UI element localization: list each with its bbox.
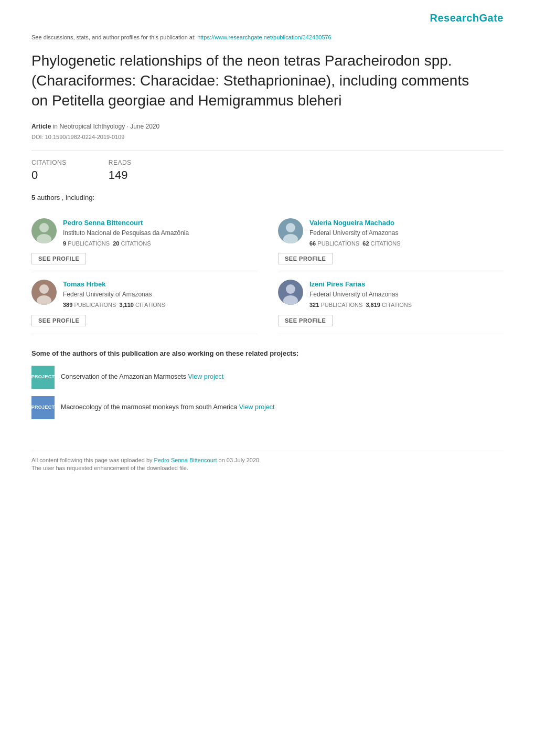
project-text-2: Macroecology of the marmoset monkeys fro… <box>61 403 275 412</box>
author-top-izeni: Izeni Pires Farias Federal University of… <box>278 280 504 309</box>
author-info-izeni: Izeni Pires Farias Federal University of… <box>309 280 504 309</box>
author-top-valeria: Valeria Nogueira Machado Federal Univers… <box>278 218 504 248</box>
source-link-url[interactable]: https://www.researchgate.net/publication… <box>197 34 331 40</box>
see-profile-tomas[interactable]: SEE PROFILE <box>31 315 86 326</box>
reads-block: READS 149 <box>109 158 132 184</box>
reads-label: READS <box>109 158 132 167</box>
page-container: ResearchGate See discussions, stats, and… <box>0 0 535 504</box>
svg-point-1 <box>39 223 49 232</box>
avatar-izeni <box>278 280 303 305</box>
project-text-1: Conservation of the Amazonian Marmosets … <box>61 372 223 382</box>
project-link-1[interactable]: View project <box>188 373 223 380</box>
author-affiliation-tomas: Federal University of Amazonas <box>63 290 257 299</box>
footer-note: All content following this page was uplo… <box>31 451 504 473</box>
brand-name: ResearchGate <box>430 10 504 25</box>
author-affiliation-valeria: Federal University of Amazonas <box>309 229 504 238</box>
author-affiliation-pedro: Instituto Nacional de Pesquisas da Amazô… <box>63 229 257 238</box>
divider-1 <box>31 151 504 151</box>
authors-suffix: , including: <box>62 194 94 201</box>
author-top-pedro: Pedro Senna Bittencourt Instituto Nacion… <box>31 218 257 248</box>
footer-line1: All content following this page was uplo… <box>31 456 504 464</box>
article-in: in <box>53 123 58 130</box>
project-thumb-label-1: Project <box>31 374 55 380</box>
author-name-pedro[interactable]: Pedro Senna Bittencourt <box>63 218 257 228</box>
avatar-tomas <box>31 280 57 305</box>
project-thumb-2: Project <box>31 396 55 419</box>
source-link-container: See discussions, stats, and author profi… <box>31 34 504 41</box>
top-bar: ResearchGate <box>31 10 504 25</box>
project-link-2[interactable]: View project <box>239 403 275 411</box>
article-type: Article <box>31 123 51 130</box>
author-card-izeni: Izeni Pires Farias Federal University of… <box>278 272 504 334</box>
footer-uploader[interactable]: Pedro Senna Bittencourt <box>154 457 217 463</box>
project-item-2: Project Macroecology of the marmoset mon… <box>31 396 504 419</box>
article-date: June 2020 <box>130 123 159 130</box>
see-profile-izeni[interactable]: SEE PROFILE <box>278 315 333 326</box>
doi: DOI: 10.1590/1982-0224-2019-0109 <box>31 133 504 141</box>
authors-heading: 5 authors , including: <box>31 193 504 203</box>
svg-point-7 <box>39 284 49 294</box>
see-profile-valeria[interactable]: SEE PROFILE <box>278 253 333 264</box>
author-stats-izeni: 321 PUBLICATIONS 3,819 CITATIONS <box>309 301 504 309</box>
main-title: Phylogenetic relationships of the neon t… <box>31 51 483 110</box>
svg-point-10 <box>286 284 295 294</box>
author-name-izeni[interactable]: Izeni Pires Farias <box>309 280 504 289</box>
author-stats-pedro: 9 PUBLICATIONS 20 CITATIONS <box>63 240 257 248</box>
author-info-valeria: Valeria Nogueira Machado Federal Univers… <box>309 218 504 248</box>
stats-row: CITATIONS 0 READS 149 <box>31 158 504 184</box>
reads-value: 149 <box>109 167 132 184</box>
citations-block: CITATIONS 0 <box>31 158 67 184</box>
author-affiliation-izeni: Federal University of Amazonas <box>309 290 504 299</box>
author-card-valeria: Valeria Nogueira Machado Federal Univers… <box>278 211 504 272</box>
related-projects-section: Some of the authors of this publication … <box>31 349 504 419</box>
author-top-tomas: Tomas Hrbek Federal University of Amazon… <box>31 280 257 309</box>
citations-label: CITATIONS <box>31 158 67 167</box>
project-thumb-label-2: Project <box>31 404 55 411</box>
author-name-tomas[interactable]: Tomas Hrbek <box>63 280 257 289</box>
citations-value: 0 <box>31 167 67 184</box>
author-name-valeria[interactable]: Valeria Nogueira Machado <box>309 218 504 228</box>
svg-point-4 <box>286 223 295 232</box>
author-info-tomas: Tomas Hrbek Federal University of Amazon… <box>63 280 257 309</box>
avatar-valeria <box>278 218 303 243</box>
footer-line2: The user has requested enhancement of th… <box>31 464 504 472</box>
see-profile-pedro[interactable]: SEE PROFILE <box>31 253 86 264</box>
author-info-pedro: Pedro Senna Bittencourt Instituto Nacion… <box>63 218 257 248</box>
related-projects-heading: Some of the authors of this publication … <box>31 349 504 358</box>
project-item-1: Project Conservation of the Amazonian Ma… <box>31 366 504 389</box>
project-thumb-1: Project <box>31 366 55 389</box>
author-card-pedro: Pedro Senna Bittencourt Instituto Nacion… <box>31 211 257 272</box>
source-link-text: See discussions, stats, and author profi… <box>31 34 196 40</box>
article-meta: Article in Neotropical Ichthyology · Jun… <box>31 122 504 131</box>
article-journal: Neotropical Ichthyology <box>59 123 125 130</box>
author-card-tomas: Tomas Hrbek Federal University of Amazon… <box>31 272 257 334</box>
authors-count: 5 <box>31 194 35 201</box>
authors-grid: Pedro Senna Bittencourt Instituto Nacion… <box>31 211 504 334</box>
author-stats-tomas: 389 PUBLICATIONS 3,110 CITATIONS <box>63 301 257 309</box>
author-stats-valeria: 66 PUBLICATIONS 62 CITATIONS <box>309 240 504 248</box>
avatar-pedro <box>31 218 57 243</box>
authors-count-label: authors <box>37 194 60 201</box>
